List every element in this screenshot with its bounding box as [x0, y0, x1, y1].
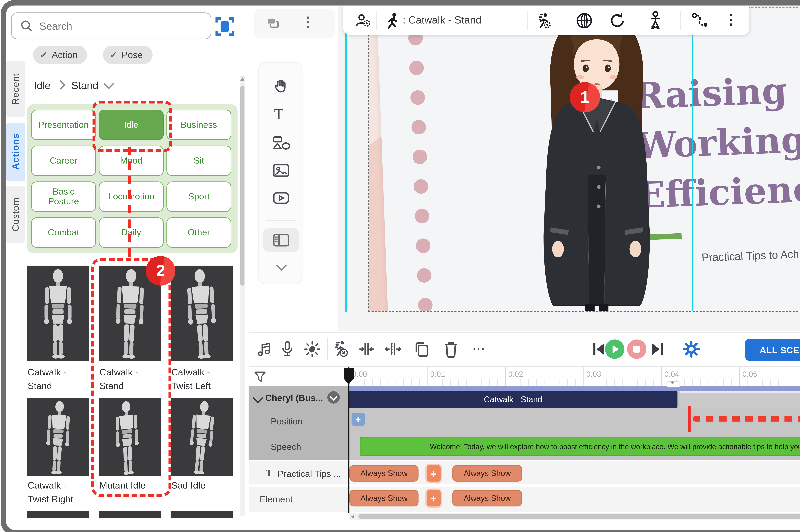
app-window: Recent Actions Custom ✓ Action ✓ Pose Id… [0, 0, 800, 532]
filter-pose[interactable]: ✓ Pose [103, 45, 152, 64]
layers-icon[interactable] [267, 17, 280, 29]
search-box[interactable] [11, 13, 211, 39]
pose-label: Catwalk -Stand [28, 366, 94, 394]
pose-thumb-catwalk-stand-1[interactable] [27, 266, 89, 361]
video-tool-icon[interactable] [273, 192, 289, 204]
timeline-h-scrollbar[interactable] [349, 513, 800, 519]
pose-thumb-partial[interactable] [27, 511, 89, 518]
add-action-tab[interactable]: + [667, 382, 680, 387]
arrange-bar: ⋮ [254, 9, 335, 38]
delete-icon[interactable] [443, 340, 458, 358]
category-combat[interactable]: Combat [31, 217, 96, 248]
pose-thumb-catwalk-twist-right[interactable] [27, 398, 89, 476]
music-icon[interactable] [256, 342, 271, 357]
track-character-name[interactable]: Cheryl (Bus... [265, 393, 323, 403]
pose-label: Sad Idle [171, 479, 237, 493]
pose-thumb-partial[interactable] [170, 511, 233, 518]
text-tool-icon[interactable]: T [274, 106, 284, 124]
character-avatar[interactable] [484, 7, 709, 312]
filter-pose-label: Pose [122, 50, 143, 60]
element-visibility-chip-1[interactable]: Always Show [349, 490, 419, 507]
image-tool-icon[interactable] [273, 164, 289, 177]
element-visibility-chip-2[interactable]: Always Show [452, 490, 522, 507]
add-element-segment-button[interactable]: + [427, 490, 440, 507]
playhead-handle[interactable] [343, 367, 354, 385]
speech-clip[interactable]: Welcome! Today, we will explore how to b… [360, 437, 800, 456]
guide-line-vertical [345, 7, 347, 312]
add-position-key-button[interactable]: + [351, 413, 365, 426]
chevron-down-icon[interactable] [104, 78, 114, 89]
category-sit[interactable]: Sit [166, 146, 231, 176]
brightness-icon[interactable] [304, 341, 321, 358]
filter-funnel-icon[interactable] [254, 371, 266, 382]
chevron-down-icon[interactable] [276, 260, 287, 271]
kebab-menu-icon[interactable]: ⋮ [301, 14, 314, 30]
tab-recent[interactable]: Recent [6, 61, 25, 117]
stop-button[interactable] [627, 340, 647, 359]
play-button[interactable] [605, 340, 624, 359]
all-scenes-button[interactable]: ALL SCENES [745, 339, 800, 361]
timeline-toolbar [249, 332, 800, 367]
annotation-rect-idle [92, 101, 172, 152]
breadcrumb-parent[interactable]: Idle [34, 79, 50, 91]
category-basic-posture[interactable]: Basic Posture [31, 182, 96, 212]
category-other[interactable]: Other [166, 217, 231, 248]
text-visibility-chip-2[interactable]: Always Show [452, 465, 522, 482]
motion-path-icon[interactable] [691, 13, 709, 29]
canvas-area[interactable]: Raising Working Efficiency Practical Tip… [339, 6, 800, 331]
category-career[interactable]: Career [31, 146, 96, 176]
clip-catwalk-stand[interactable]: Catwalk - Stand [349, 391, 678, 408]
search-input[interactable] [38, 16, 200, 36]
duplicate-icon[interactable] [414, 341, 430, 358]
trim-right-icon[interactable] [385, 341, 401, 358]
timeline-settings-gear-icon[interactable] [683, 340, 700, 358]
pose-label: Catwalk -Twist Left [171, 366, 237, 394]
trim-left-icon[interactable] [358, 341, 375, 358]
clip-next[interactable]: #1 [679, 391, 800, 408]
microphone-icon[interactable] [280, 341, 294, 358]
character-settings-icon[interactable] [355, 13, 371, 29]
timeline-ruler[interactable]: 0:00 0:01 0:02 0:03 0:04 0:05 0:06 0:07 … [249, 367, 800, 386]
playhead-line[interactable] [348, 367, 350, 513]
breadcrumb-child[interactable]: Stand [71, 79, 98, 91]
layout-tool-active-bg[interactable] [263, 228, 299, 252]
category-business[interactable]: Business [166, 110, 231, 140]
filter-action-label: Action [52, 50, 78, 60]
skip-to-end-icon[interactable] [651, 342, 664, 357]
current-action-label[interactable]: : Catwalk - Stand [403, 14, 481, 25]
tab-actions[interactable]: Actions [6, 123, 28, 181]
shapes-tool-icon[interactable] [272, 136, 290, 150]
skip-to-start-icon[interactable] [592, 342, 605, 357]
filter-action[interactable]: ✓ Action [33, 45, 87, 64]
chevron-right-icon [56, 80, 66, 90]
track-element-name[interactable]: Element [260, 494, 293, 504]
track-speech-name[interactable]: Speech [271, 441, 301, 452]
pose-thumb-catwalk-twist-left[interactable] [170, 266, 233, 361]
track-position-name[interactable]: Position [271, 416, 303, 426]
pose-figure-icon[interactable] [647, 11, 664, 31]
tab-recent-label: Recent [11, 73, 21, 105]
character-badge[interactable] [327, 391, 340, 404]
panel-scrollbar[interactable] [240, 76, 245, 516]
category-presentation[interactable]: Presentation [31, 110, 96, 140]
slide[interactable]: Raising Working Efficiency Practical Tip… [368, 7, 800, 312]
track-row-element-bg [249, 487, 800, 512]
pose-thumb-partial[interactable] [99, 511, 161, 518]
more-options-icon[interactable]: … [472, 338, 486, 353]
add-text-segment-button[interactable]: + [427, 465, 440, 482]
text-visibility-chip-1[interactable]: Always Show [349, 465, 419, 482]
orbit-globe-icon[interactable] [575, 12, 593, 30]
rotate-icon[interactable] [608, 13, 625, 28]
select-frame-icon[interactable] [216, 17, 234, 36]
tab-custom[interactable]: Custom [6, 186, 25, 243]
action-track-band [349, 386, 800, 391]
pose-thumb-sad-idle[interactable] [170, 398, 233, 476]
pan-hand-icon[interactable] [273, 78, 289, 93]
remove-action-icon[interactable] [333, 340, 350, 358]
divider [327, 338, 328, 360]
annotation-arrow-start-line [688, 406, 691, 432]
kebab-menu-icon[interactable]: ⋮ [725, 11, 738, 28]
category-sport[interactable]: Sport [166, 182, 231, 212]
track-text-name[interactable]: Practical Tips ... [278, 469, 341, 479]
action-settings-icon[interactable] [537, 13, 552, 29]
